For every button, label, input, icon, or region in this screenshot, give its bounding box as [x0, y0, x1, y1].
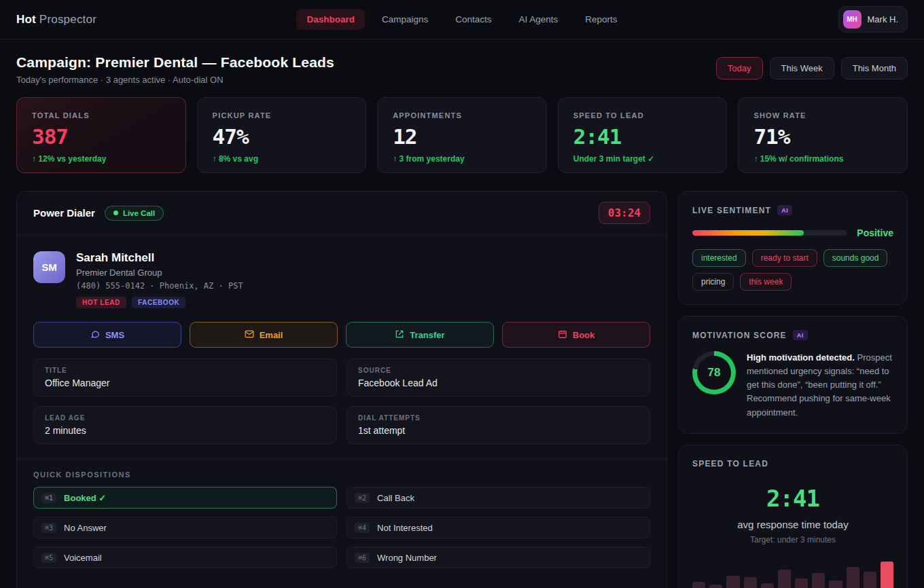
field-label: LEAD AGE [45, 414, 325, 422]
speed-bar [812, 573, 825, 588]
app-logo[interactable]: Hot Prospector [16, 13, 193, 26]
envelope-icon [245, 329, 254, 341]
field-value: Office Manager [45, 378, 325, 388]
hot-lead-tag: HOT LEAD [76, 297, 126, 308]
speed-title: SPEED TO LEAD [692, 459, 768, 468]
transfer-label: Transfer [410, 330, 444, 340]
sentiment-meter-fill [692, 230, 804, 236]
external-arrow-icon [395, 329, 404, 341]
field-label: DIAL ATTEMPTS [358, 414, 639, 422]
date-range-toggle: Today This Week This Month [716, 57, 908, 79]
kpi-show-rate: SHOW RATE 71% ↑ 15% w/ confirmations [738, 97, 908, 173]
email-label: Email [260, 330, 283, 340]
kpi-delta: ↑ 3 from yesterday [393, 154, 531, 164]
top-nav: Hot Prospector Dashboard Campaigns Conta… [0, 0, 924, 39]
live-call-label: Live Call [123, 209, 155, 217]
kpi-value: 71% [753, 124, 892, 149]
disposition-no-answer-button[interactable]: ⌘3 No Answer [33, 517, 337, 538]
speed-bar [829, 581, 842, 588]
speed-bar [847, 567, 859, 588]
sms-label: SMS [105, 330, 124, 340]
disposition-label: Not Interested [377, 523, 433, 533]
range-today-button[interactable]: Today [716, 57, 763, 79]
speed-to-lead-panel: SPEED TO LEAD 2:41 avg response time tod… [678, 445, 908, 588]
chat-icon [90, 329, 100, 341]
user-name: Mark H. [868, 14, 899, 24]
kpi-value: 2:41 [573, 124, 712, 149]
kpi-pickup-rate: PICKUP RATE 47% ↑ 8% vs avg [197, 97, 367, 173]
page-header: Campaign: Premier Dental — Facebook Lead… [16, 54, 908, 85]
disposition-call-back-button[interactable]: ⌘2 Call Back [346, 487, 650, 509]
speed-bars [692, 561, 893, 588]
sentiment-title: LIVE SENTIMENT [692, 206, 771, 215]
range-month-button[interactable]: This Month [841, 57, 908, 79]
speed-bar [692, 582, 705, 588]
keyword-chip: interested [692, 249, 746, 267]
field-dial-attempts: DIAL ATTEMPTS 1st attempt [346, 406, 650, 444]
field-title: TITLE Office Manager [33, 359, 337, 397]
kpi-label: SPEED TO LEAD [573, 111, 712, 120]
calendar-icon [558, 329, 567, 341]
live-dot-icon [113, 210, 118, 215]
nav-item-reports[interactable]: Reports [575, 9, 627, 30]
sentiment-meter [692, 230, 847, 236]
shortcut-key-badge: ⌘5 [41, 553, 56, 563]
kpi-label: PICKUP RATE [213, 111, 351, 120]
kpi-label: SHOW RATE [753, 111, 892, 120]
disposition-booked-button[interactable]: ⌘1 Booked ✓ [33, 487, 337, 509]
book-label: Book [573, 330, 595, 340]
kpi-delta: ↑ 12% vs yesterday [32, 154, 171, 164]
sms-button[interactable]: SMS [33, 322, 181, 348]
user-menu[interactable]: MH Mark H. [838, 6, 908, 33]
disposition-voicemail-button[interactable]: ⌘5 Voicemail [33, 547, 337, 568]
kpi-delta: ↑ 15% w/ confirmations [753, 154, 892, 164]
speed-target: Target: under 3 minutes [692, 535, 893, 545]
kpi-label: TOTAL DIALS [32, 111, 171, 120]
speed-caption: avg response time today [692, 519, 893, 530]
nav-item-dashboard[interactable]: Dashboard [296, 9, 365, 30]
shortcut-key-badge: ⌘6 [355, 553, 370, 563]
motivation-headline: High motivation detected. [747, 352, 855, 363]
contact-company: Premier Dental Group [76, 268, 243, 278]
email-button[interactable]: Email [190, 322, 338, 348]
contact-name: Sarah Mitchell [76, 251, 243, 265]
keyword-chip: this week [740, 273, 792, 291]
range-week-button[interactable]: This Week [770, 57, 834, 79]
speed-bar [881, 562, 893, 588]
disposition-label: No Answer [64, 523, 107, 533]
sentiment-keywords: interested ready to start sounds good pr… [692, 249, 893, 291]
power-dialer-panel: Power Dialer Live Call 03:24 SM Sarah Mi… [16, 191, 667, 588]
speed-bar [744, 577, 757, 588]
kpi-speed-to-lead: SPEED TO LEAD 2:41 Under 3 min target ✓ [558, 97, 728, 173]
field-value: 2 minutes [45, 425, 325, 436]
kpi-value: 47% [213, 124, 351, 149]
speed-time-value: 2:41 [692, 485, 893, 512]
ai-badge: AI [777, 205, 792, 215]
nav-item-ai-agents[interactable]: AI Agents [509, 9, 569, 30]
main-nav: Dashboard Campaigns Contacts AI Agents R… [193, 9, 731, 30]
kpi-total-dials: TOTAL DIALS 387 ↑ 12% vs yesterday [16, 97, 186, 173]
field-label: SOURCE [358, 367, 639, 374]
transfer-button[interactable]: Transfer [346, 322, 494, 348]
nav-item-campaigns[interactable]: Campaigns [372, 9, 438, 30]
motivation-title: MOTIVATION SCORE [692, 331, 787, 340]
avatar: MH [843, 10, 861, 29]
keyword-chip: pricing [692, 273, 734, 291]
contact-tags: HOT LEAD FACEBOOK [76, 297, 243, 308]
motivation-summary: High motivation detected. Prospect menti… [747, 351, 893, 420]
nav-item-contacts[interactable]: Contacts [445, 9, 501, 30]
user-menu-wrap: MH Mark H. [731, 6, 908, 33]
contact-avatar: SM [33, 251, 65, 283]
speed-bar [761, 583, 774, 588]
disposition-wrong-number-button[interactable]: ⌘6 Wrong Number [346, 547, 650, 568]
contact-phone-location: (480) 555-0142 · Phoenix, AZ · PST [76, 281, 243, 291]
sentiment-label: Positive [857, 227, 893, 238]
lead-info-grid: TITLE Office Manager SOURCE Facebook Lea… [33, 359, 650, 444]
brand-bold: Hot [16, 13, 36, 26]
book-button[interactable]: Book [502, 322, 650, 348]
action-buttons: SMS Email Transfer Book [33, 322, 650, 348]
field-value: 1st attempt [358, 425, 639, 436]
disposition-not-interested-button[interactable]: ⌘4 Not Interested [346, 517, 650, 538]
speed-bar [864, 572, 876, 588]
speed-bar [709, 585, 722, 588]
